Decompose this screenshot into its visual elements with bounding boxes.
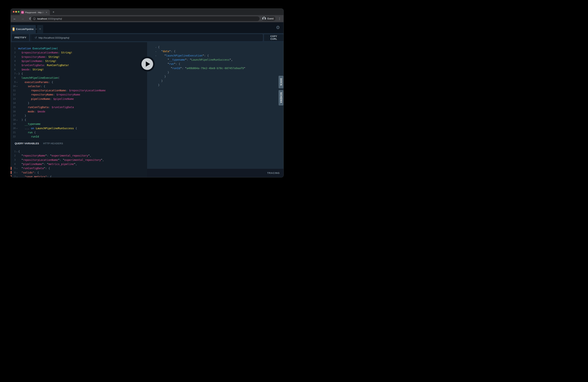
fold-gutter [155, 81, 158, 81]
fold-arrow-icon[interactable]: ▾ [155, 50, 158, 53]
line-number: 13 [11, 98, 16, 100]
line-number: 18 [11, 119, 16, 121]
minimize-window-button[interactable] [15, 11, 17, 13]
fold-arrow-icon[interactable]: ▾ [16, 85, 18, 87]
lint-marker [11, 167, 12, 170]
fold-gutter [16, 124, 18, 124]
query-editor[interactable]: 1mutation ExecutePipeline(2 $repositoryL… [11, 42, 147, 139]
code-line: } [155, 74, 283, 79]
code-text: run { [18, 131, 36, 134]
fold-arrow-icon[interactable]: ▾ [16, 150, 18, 153]
code-line: 16 mode: $mode [11, 109, 147, 113]
code-line: 4 $pipelineName: String! [11, 59, 147, 63]
fold-gutter [155, 85, 158, 85]
code-text: $repositoryLocationName: String! [18, 51, 72, 54]
execute-play-button[interactable] [142, 58, 153, 70]
line-number: 1 [11, 150, 16, 153]
fold-arrow-icon[interactable]: ▾ [16, 119, 18, 121]
fold-arrow-icon[interactable]: ▾ [155, 46, 158, 48]
page-info-icon[interactable]: i [33, 18, 36, 20]
fold-gutter [16, 94, 18, 95]
code-text: "run": { [158, 62, 180, 65]
fold-gutter [16, 136, 18, 137]
code-text: $repositoryName: String! [18, 55, 60, 58]
code-line: } [155, 83, 283, 87]
line-number: 3 [11, 56, 16, 58]
code-text: $mode: String! [18, 68, 44, 71]
tab-http-headers[interactable]: HTTP HEADERS [43, 142, 63, 145]
fold-arrow-icon[interactable]: ▾ [16, 72, 18, 75]
code-text: runId [18, 135, 39, 138]
variables-editor[interactable]: 1▾{2 "repositoryName": "experimental_rep… [11, 145, 147, 177]
fold-arrow-icon[interactable]: ▾ [155, 54, 158, 57]
tab-close-icon[interactable]: × [46, 11, 47, 14]
window-controls [13, 11, 20, 13]
fold-arrow-icon[interactable]: ▾ [16, 175, 18, 177]
line-number: 2 [11, 154, 16, 157]
session-tab-executepipeline[interactable]: M ExecutePipeline × [11, 25, 36, 33]
code-text: "save_metrics": { [18, 175, 52, 177]
session-tab-close-icon[interactable]: × [35, 28, 37, 30]
browser-window: Playground - http://localhost:3 × + ← → … [11, 9, 283, 177]
code-line: 22 runId [11, 134, 147, 139]
line-number: 20 [11, 127, 16, 129]
code-line: 2 "repositoryName": "experimental_reposi… [11, 153, 147, 158]
schema-side-tab[interactable]: SCHEMA [278, 90, 283, 106]
line-number: 14 [11, 102, 16, 104]
code-text: selector: { [18, 85, 45, 88]
fold-gutter [16, 164, 18, 165]
address-bar[interactable]: i localhost:3333/graphql [31, 16, 259, 21]
fold-arrow-icon[interactable]: ▾ [16, 127, 18, 129]
browser-tab-strip: Playground - http://localhost:3 × + [11, 9, 283, 15]
line-number: 12 [11, 93, 16, 96]
lint-marker [11, 171, 12, 174]
variables-tab-bar: QUERY VARIABLES HTTP HEADERS [11, 139, 147, 145]
code-line: ▾{ [155, 45, 283, 49]
back-icon[interactable]: ← [12, 17, 17, 21]
code-text: "__typename": "LaunchPipelineRunSuccess"… [158, 58, 232, 61]
settings-gear-icon[interactable]: ⚙ [276, 25, 280, 30]
tracing-label: TRACING [267, 171, 280, 174]
new-tab-button[interactable]: + [53, 10, 54, 14]
maximize-window-button[interactable] [18, 11, 20, 13]
code-text: mutation ExecutePipeline( [18, 47, 58, 50]
code-line: 8 launchPipelineExecution( [11, 76, 147, 80]
graphql-playground: M ExecutePipeline × + ⚙ PRETTIFY HISTORY… [11, 22, 283, 177]
endpoint-input[interactable]: ↺ http://localhost:3333/graphql [33, 34, 263, 41]
line-number: 17 [11, 114, 16, 117]
code-line: 17 } [11, 114, 147, 118]
code-line: 7▾ "save_metrics": { [11, 175, 147, 177]
tracing-bar[interactable]: TRACING [147, 169, 283, 177]
fold-gutter [16, 57, 18, 57]
browser-menu-icon[interactable]: ⋮ [278, 17, 281, 20]
copy-curl-button[interactable]: COPY CURL [264, 34, 283, 41]
line-number: 5 [11, 64, 16, 66]
code-line: 9▾ executionParams: { [11, 80, 147, 84]
code-text: "solids": { [18, 171, 39, 174]
endpoint-reload-icon[interactable]: ↺ [35, 36, 37, 39]
code-line: 15 runConfigData: $runConfigData [11, 105, 147, 109]
endpoint-url: http://localhost:3333/graphql [39, 36, 69, 39]
close-window-button[interactable] [13, 11, 15, 13]
code-line: 14 } [11, 101, 147, 105]
code-line: 3 "repositoryLocationName": "experimenta… [11, 158, 147, 162]
fold-arrow-icon[interactable]: ▾ [16, 167, 18, 170]
prettify-button[interactable]: PRETTIFY [12, 34, 29, 41]
tab-query-variables[interactable]: QUERY VARIABLES [15, 142, 39, 145]
fold-arrow-icon[interactable]: ▾ [16, 81, 18, 83]
code-line: } [155, 70, 283, 74]
graphql-playground-favicon [21, 11, 24, 14]
browser-tab[interactable]: Playground - http://localhost:3 × [20, 10, 50, 15]
code-text: pipelineName: $pipelineName [18, 97, 74, 100]
response-viewer: ▾{▾ "data": {▾ "launchPipelineExecution"… [147, 42, 283, 169]
code-line: 1▾{ [11, 149, 147, 153]
code-text: __typename [18, 123, 41, 126]
line-number: 6 [11, 68, 16, 71]
new-session-button[interactable]: + [37, 25, 43, 33]
code-text: ) { [18, 118, 26, 121]
fold-arrow-icon[interactable]: ▾ [16, 171, 18, 174]
fold-gutter [16, 111, 18, 112]
browser-tab-title: Playground - http://localhost:3 [25, 11, 45, 14]
docs-side-tab[interactable]: DOCS [278, 76, 283, 88]
profile-button[interactable]: Guest [261, 16, 276, 21]
